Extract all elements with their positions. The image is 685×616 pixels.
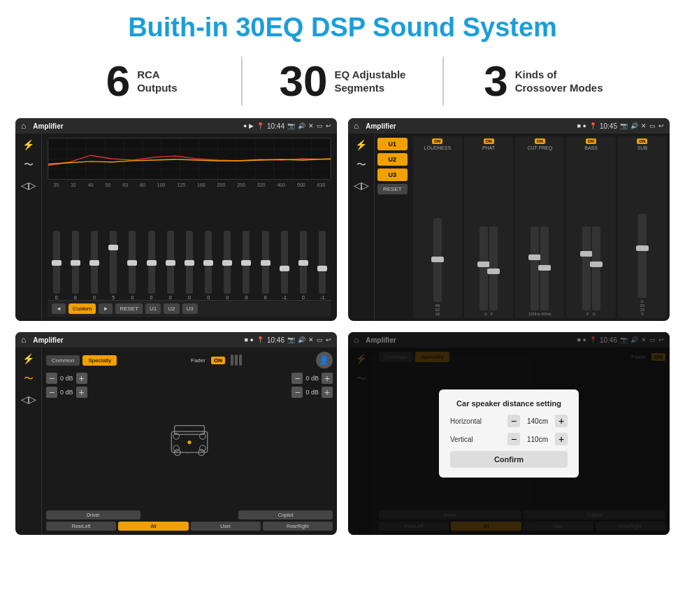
speaker-back[interactable]: ↩ <box>326 336 331 343</box>
slider-track-4[interactable] <box>129 231 136 294</box>
crossover-back[interactable]: ↩ <box>658 122 664 129</box>
eq-u2-btn[interactable]: U2 <box>164 303 179 314</box>
db-minus-1[interactable]: − <box>46 373 57 384</box>
eq-filter-icon[interactable]: ⚡ <box>22 139 34 150</box>
slider-track-11[interactable] <box>262 231 269 294</box>
db-minus-2[interactable]: − <box>46 387 57 398</box>
back-icon[interactable]: ↩ <box>326 122 331 129</box>
slider-thumb-8[interactable] <box>203 260 213 266</box>
slider-track-1[interactable] <box>72 231 79 294</box>
eq-custom-btn[interactable]: Custom <box>68 303 96 314</box>
horizontal-plus-btn[interactable]: + <box>555 415 568 427</box>
eq-u3-btn[interactable]: U3 <box>182 303 198 314</box>
slider-thumb-9[interactable] <box>222 260 232 266</box>
crossover-reset-btn[interactable]: RESET <box>377 184 408 194</box>
profile-icon[interactable]: 👤 <box>316 352 333 368</box>
slider-track-12[interactable] <box>281 231 288 294</box>
slider-thumb-11[interactable] <box>261 260 271 266</box>
svg-point-8 <box>173 445 180 451</box>
phat-thumb-1[interactable] <box>477 262 490 267</box>
slider-track-6[interactable] <box>167 231 174 294</box>
slider-track-14[interactable] <box>319 231 326 294</box>
slider-thumb-14[interactable] <box>317 266 327 271</box>
slider-val-5: 0 <box>150 295 153 300</box>
eq-slider-6: 0 <box>167 231 174 300</box>
eq-speaker-icon[interactable]: ◁▷ <box>21 180 36 191</box>
slider-track-3[interactable] <box>110 231 117 294</box>
slider-track-10[interactable] <box>243 231 250 294</box>
db-plus-4[interactable]: + <box>322 387 333 398</box>
db-minus-3[interactable]: − <box>291 373 303 384</box>
slider-track-2[interactable] <box>91 231 98 294</box>
phat-slider-1[interactable] <box>480 227 488 310</box>
sub-thumb-1[interactable] <box>636 245 649 251</box>
slider-thumb-0[interactable] <box>52 260 62 266</box>
crossover-wave-icon[interactable]: 〜 <box>356 159 366 171</box>
u1-button[interactable]: U1 <box>377 138 408 150</box>
u3-button[interactable]: U3 <box>377 169 408 181</box>
slider-thumb-4[interactable] <box>127 260 137 266</box>
slider-thumb-1[interactable] <box>71 260 80 266</box>
cutfreq-slider-2[interactable] <box>540 227 549 310</box>
slider-thumb-13[interactable] <box>298 260 308 266</box>
bass-slider-2[interactable] <box>592 227 600 310</box>
slider-track-7[interactable] <box>186 231 193 294</box>
slider-thumb-6[interactable] <box>166 260 175 266</box>
speaker-filter-icon[interactable]: ⚡ <box>22 353 34 364</box>
slider-track-0[interactable] <box>53 231 60 294</box>
slider-thumb-2[interactable] <box>89 260 99 266</box>
db-plus-1[interactable]: + <box>76 373 87 384</box>
vertical-plus-btn[interactable]: + <box>555 433 568 445</box>
horizontal-minus-btn[interactable]: − <box>507 415 520 427</box>
slider-track-5[interactable] <box>148 231 155 294</box>
slider-track-9[interactable] <box>224 231 231 294</box>
slider-thumb-7[interactable] <box>185 260 194 266</box>
db-plus-3[interactable]: + <box>322 373 333 384</box>
home-icon[interactable]: ⌂ <box>21 121 26 131</box>
user-btn[interactable]: User <box>191 522 261 531</box>
vertical-minus-btn[interactable]: − <box>507 433 520 445</box>
speaker-wave-icon[interactable]: 〜 <box>24 373 34 385</box>
common-tab[interactable]: Common <box>46 355 80 366</box>
crossover-filter-icon[interactable]: ⚡ <box>355 139 367 150</box>
sub-slider-1[interactable] <box>638 214 647 298</box>
rearright-btn[interactable]: RearRight <box>263 522 333 531</box>
channel-blocks: ON LOUDNESS 483216 <box>413 136 667 318</box>
phat-thumb-2[interactable] <box>487 268 500 274</box>
all-btn[interactable]: All <box>118 522 188 531</box>
driver-btn[interactable]: Driver <box>46 510 140 520</box>
bass-slider-1[interactable] <box>582 227 591 310</box>
eq-play-btn[interactable]: ► <box>99 303 113 314</box>
cutfreq-thumb-1[interactable] <box>528 255 541 260</box>
eq-prev-btn[interactable]: ◄ <box>52 303 66 314</box>
rearleft-btn[interactable]: RearLeft <box>46 522 116 531</box>
bass-thumb-2[interactable] <box>590 262 603 267</box>
sub-vals: G20105 <box>640 299 645 316</box>
loudness-thumb-1[interactable] <box>431 257 444 262</box>
home-icon-2[interactable]: ⌂ <box>354 121 359 131</box>
slider-track-8[interactable] <box>205 231 212 294</box>
home-icon-3[interactable]: ⌂ <box>21 335 26 345</box>
crossover-speaker-icon[interactable]: ◁▷ <box>354 180 369 191</box>
speaker-speaker-icon[interactable]: ◁▷ <box>21 394 36 405</box>
eq-reset-btn[interactable]: RESET <box>115 303 143 314</box>
cutfreq-thumb-2[interactable] <box>538 265 551 271</box>
eq-u1-btn[interactable]: U1 <box>145 303 161 314</box>
loudness-slider-1[interactable] <box>433 218 442 302</box>
u2-button[interactable]: U2 <box>377 153 408 166</box>
phat-slider-2[interactable] <box>489 227 498 310</box>
slider-track-13[interactable] <box>300 231 307 294</box>
specialty-tab[interactable]: Specialty <box>82 355 116 366</box>
copilot-btn[interactable]: Copilot <box>238 510 333 520</box>
db-plus-2[interactable]: + <box>76 387 87 398</box>
db-minus-4[interactable]: − <box>291 387 303 398</box>
bass-thumb-1[interactable] <box>580 251 593 257</box>
confirm-button[interactable]: Confirm <box>450 451 568 468</box>
eq-wave-icon[interactable]: 〜 <box>24 159 34 171</box>
slider-thumb-5[interactable] <box>147 260 157 266</box>
slider-thumb-3[interactable] <box>108 245 118 250</box>
slider-thumb-12[interactable] <box>280 266 289 271</box>
slider-val-2: 0 <box>93 295 96 300</box>
speaker-center-visual: ↑ ↓ ← → <box>92 373 288 508</box>
slider-thumb-10[interactable] <box>241 260 251 266</box>
